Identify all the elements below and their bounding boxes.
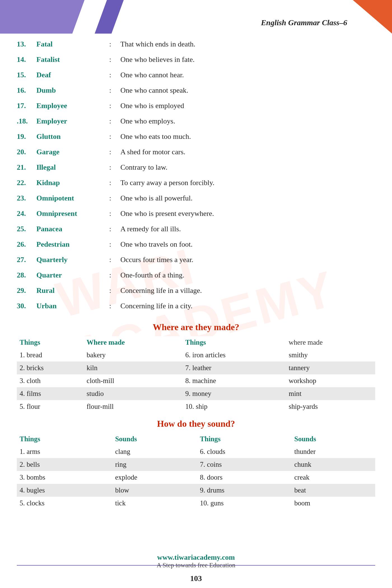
s2-sound1: clang — [112, 445, 197, 458]
col-things1-header: Things — [17, 336, 84, 349]
page-title: English Grammar Class–6 — [261, 18, 347, 27]
vocab-colon: : — [109, 39, 120, 50]
vocab-def: A remedy for all ills. — [120, 223, 375, 234]
s2-num1: 1. arms — [17, 445, 112, 458]
vocab-word: Pedestrian — [36, 239, 109, 250]
vocab-num: 16. — [17, 85, 36, 96]
vocab-word: Omnipresent — [36, 208, 109, 219]
s2-sound2: chunk — [291, 458, 375, 471]
vocab-colon: : — [109, 208, 120, 219]
s2-sound2: creak — [291, 471, 375, 484]
s1-num2: 8. machine — [183, 374, 286, 387]
vocab-word: Dumb — [36, 85, 109, 96]
s1-num2: 9. money — [183, 387, 286, 400]
vocab-num: 23. — [17, 193, 36, 204]
s1-where2: workshop — [286, 374, 375, 387]
vocab-row: 30. Urban : Concerning life in a city. — [17, 298, 375, 314]
s1-where1: bakery — [84, 349, 183, 361]
vocab-colon: : — [109, 254, 120, 265]
s1-where2: smithy — [286, 349, 375, 361]
s1-where1: cloth-mill — [84, 374, 183, 387]
vocab-colon: : — [109, 116, 120, 127]
vocab-num: 29. — [17, 285, 36, 296]
vocab-def: One who eats too much. — [120, 131, 375, 142]
vocab-def: Concerning life in a city. — [120, 300, 375, 311]
table-row: 2. bricks kiln 7. leather tannery — [17, 361, 375, 374]
s1-num2: 6. iron articles — [183, 349, 286, 361]
vocab-row: 27. Quarterly : Occurs four times a year… — [17, 252, 375, 267]
vocab-colon: : — [109, 131, 120, 142]
vocab-def: One who cannot speak. — [120, 85, 375, 96]
section2-title: How do they sound? — [17, 419, 375, 429]
vocab-def: One who believes in fate. — [120, 54, 375, 65]
vocab-def: One who travels on foot. — [120, 239, 375, 250]
s2-col-things1-header: Things — [17, 433, 112, 445]
footer-tagline: A Step towards free Education — [0, 562, 392, 569]
vocab-word: Deaf — [36, 69, 109, 80]
s2-sound2: thunder — [291, 445, 375, 458]
vocab-word: Fatalist — [36, 54, 109, 65]
s2-col-sound2-header: Sounds — [291, 433, 375, 445]
vocab-num: 24. — [17, 208, 36, 219]
s2-num1: 5. clocks — [17, 497, 112, 510]
vocab-row: 20. Garage : A shed for motor cars. — [17, 144, 375, 160]
table-row: 4. films studio 9. money mint — [17, 387, 375, 400]
vocab-row: 17. Employee : One who is employed — [17, 98, 375, 113]
vocab-word: Garage — [36, 146, 109, 157]
table-row: 2. bells ring 7. coins chunk — [17, 458, 375, 471]
s2-num1: 3. bombs — [17, 471, 112, 484]
table-row: 1. bread bakery 6. iron articles smithy — [17, 349, 375, 361]
s2-sound2: boom — [291, 497, 375, 510]
vocab-def: One who is present everywhere. — [120, 208, 375, 219]
section1-title: Where are they made? — [17, 322, 375, 332]
footer-website: www.tiwariacademy.com — [0, 553, 392, 562]
s2-num2: 9. drums — [197, 484, 291, 497]
vocab-num: 17. — [17, 100, 36, 111]
how-sound-table: Things Sounds Things Sounds 1. arms clan… — [17, 433, 375, 510]
vocab-def: That which ends in death. — [120, 39, 375, 50]
vocab-def: One-fourth of a thing. — [120, 270, 375, 281]
vocab-colon: : — [109, 162, 120, 173]
vocab-num: 14. — [17, 54, 36, 65]
vocab-row: 22. Kidnap : To carry away a person forc… — [17, 175, 375, 190]
vocab-colon: : — [109, 193, 120, 204]
vocab-word: Glutton — [36, 131, 109, 142]
vocab-word: Quarter — [36, 270, 109, 281]
vocab-row: 21. Illegal : Contrary to law. — [17, 160, 375, 175]
s1-where2: mint — [286, 387, 375, 400]
vocab-word: Omnipotent — [36, 193, 109, 204]
vocab-colon: : — [109, 239, 120, 250]
s2-num1: 2. bells — [17, 458, 112, 471]
table-row: 5. flour flour-mill 10. ship ship-yards — [17, 400, 375, 413]
col-things2-header: Things — [183, 336, 286, 349]
vocab-word: Kidnap — [36, 177, 109, 188]
s2-sound1: blow — [112, 484, 197, 497]
s2-sound1: ring — [112, 458, 197, 471]
vocab-row: 23. Omnipotent : One who is all powerful… — [17, 190, 375, 206]
table-row: 5. clocks tick 10. guns boom — [17, 497, 375, 510]
vocab-row: .18. Employer : One who employs. — [17, 113, 375, 129]
s1-num1: 3. cloth — [17, 374, 84, 387]
vocab-colon: : — [109, 69, 120, 80]
vocab-colon: : — [109, 100, 120, 111]
where-made-table: Things Where made Things where made 1. b… — [17, 336, 375, 413]
vocab-num: 13. — [17, 39, 36, 50]
s2-col-things2-header: Things — [197, 433, 291, 445]
vocab-colon: : — [109, 300, 120, 311]
vocab-row: 24. Omnipresent : One who is present eve… — [17, 206, 375, 221]
vocab-list: 13. Fatal : That which ends in death. 14… — [17, 36, 375, 314]
vocab-row: 13. Fatal : That which ends in death. — [17, 36, 375, 52]
vocab-row: 29. Rural : Concerning life in a village… — [17, 283, 375, 298]
vocab-row: 19. Glutton : One who eats too much. — [17, 129, 375, 144]
s1-num1: 2. bricks — [17, 361, 84, 374]
vocab-num: 30. — [17, 300, 36, 311]
header-orange-triangle — [353, 0, 392, 34]
s1-num2: 10. ship — [183, 400, 286, 413]
s1-where2: tannery — [286, 361, 375, 374]
vocab-colon: : — [109, 177, 120, 188]
vocab-row: 28. Quarter : One-fourth of a thing. — [17, 267, 375, 283]
vocab-def: One who is employed — [120, 100, 375, 111]
table-row: 3. bombs explode 8. doors creak — [17, 471, 375, 484]
col-where1-header: Where made — [84, 336, 183, 349]
table-row: 3. cloth cloth-mill 8. machine workshop — [17, 374, 375, 387]
